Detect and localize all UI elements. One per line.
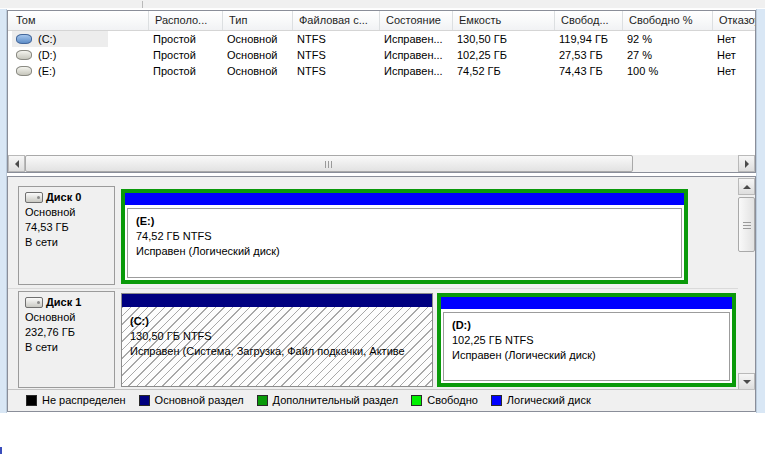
volume-cell: (D:)	[10, 47, 149, 63]
partition-e[interactable]: (E:) 74,52 ГБ NTFS Исправен (Логический …	[121, 189, 688, 284]
disk-icon	[25, 192, 43, 203]
legend-item-unallocated: Не распределен	[26, 394, 126, 406]
horizontal-scrollbar-thumb[interactable]	[25, 155, 633, 172]
free-pct-cell: 100 %	[623, 63, 713, 79]
column-header-filesystem[interactable]: Файловая с...	[293, 11, 380, 30]
column-header-fault-tolerance[interactable]: Отказоу	[713, 11, 755, 30]
primary-partition-color-bar	[122, 294, 432, 307]
volume-cell: (C:)	[10, 31, 149, 47]
horizontal-scrollbar[interactable]	[8, 155, 755, 172]
disk-icon	[25, 297, 43, 308]
fault-cell: Нет	[713, 63, 755, 79]
partition-e-label: (E:)	[136, 214, 681, 229]
partition-c-size: 130,50 ГБ NTFS	[130, 329, 432, 344]
partition-d-status: Исправен (Логический диск)	[452, 348, 729, 363]
free-pct-cell: 92 %	[623, 31, 713, 47]
disk0-size: 74,53 ГБ	[25, 220, 114, 235]
disk1-title: Диск 1	[25, 295, 114, 310]
volume-cell: (E:)	[10, 63, 149, 79]
scroll-left-button[interactable]	[8, 155, 25, 172]
disk1-label-box[interactable]: Диск 1 Основной 232,76 ГБ В сети	[18, 291, 115, 388]
disk0-type: Основной	[25, 205, 114, 220]
window-frame-left	[0, 9, 7, 413]
scroll-down-button[interactable]	[738, 373, 755, 390]
toolbar-separator	[142, 1, 143, 8]
column-header-volume[interactable]: Том	[10, 11, 149, 30]
partition-d-info: (D:) 102,25 ГБ NTFS Исправен (Логический…	[443, 312, 730, 381]
column-header-status[interactable]: Состояние	[380, 11, 453, 30]
fault-cell: Нет	[713, 47, 755, 63]
table-row[interactable]: (D:) Простой Основной NTFS Исправен... 1…	[8, 47, 755, 63]
stray-mark	[0, 447, 2, 454]
legend-item-extended: Дополнительный раздел	[257, 394, 399, 406]
fs-cell: NTFS	[293, 47, 380, 63]
volume-c-drive-icon	[16, 34, 32, 44]
free-cell: 74,43 ГБ	[555, 63, 623, 79]
disk0-status: В сети	[25, 235, 114, 250]
partition-c-info: (C:) 130,50 ГБ NTFS Исправен (Система, З…	[122, 307, 432, 386]
fs-cell: NTFS	[293, 63, 380, 79]
capacity-cell: 74,52 ГБ	[453, 63, 555, 79]
vertical-scrollbar-thumb[interactable]	[738, 197, 755, 252]
status-cell: Исправен...	[380, 47, 453, 63]
free-pct-cell: 27 %	[623, 47, 713, 63]
partition-legend: Не распределен Основной раздел Дополните…	[8, 389, 755, 410]
column-header-capacity[interactable]: Емкость	[453, 11, 555, 30]
partition-e-status: Исправен (Логический диск)	[136, 244, 681, 259]
disk-graphic-panel: Диск 0 Основной 74,53 ГБ В сети (E:) 74,…	[7, 176, 756, 412]
disk1-status: В сети	[25, 340, 114, 355]
disk0-label-box[interactable]: Диск 0 Основной 74,53 ГБ В сети	[18, 186, 115, 285]
toolbar-edge	[0, 0, 765, 9]
free-color-swatch	[411, 395, 422, 406]
disk-row-separator	[8, 288, 755, 289]
legend-item-free: Свободно	[411, 394, 478, 406]
extended-color-swatch	[257, 395, 268, 406]
volume-d-drive-icon	[16, 50, 32, 60]
legend-item-primary: Основной раздел	[139, 394, 244, 406]
free-cell: 119,94 ГБ	[555, 31, 623, 47]
partition-e-info: (E:) 74,52 ГБ NTFS Исправен (Логический …	[127, 208, 682, 278]
table-row[interactable]: (E:) Простой Основной NTFS Исправен... 7…	[8, 63, 755, 79]
partition-e-size: 74,52 ГБ NTFS	[136, 229, 681, 244]
scrollbar-grip-icon	[325, 161, 333, 168]
scrollbar-grip-icon	[743, 221, 751, 229]
layout-cell: Простой	[149, 63, 223, 79]
window-frame-right	[756, 9, 765, 413]
partition-d-label: (D:)	[452, 318, 729, 333]
volume-table-header: Том Располо... Тип Файловая с... Состоян…	[8, 11, 755, 31]
column-header-type[interactable]: Тип	[223, 11, 293, 30]
column-header-free[interactable]: Свобод...	[555, 11, 623, 30]
fs-cell: NTFS	[293, 31, 380, 47]
partition-d[interactable]: (D:) 102,25 ГБ NTFS Исправен (Логический…	[437, 293, 736, 387]
scroll-right-button[interactable]	[738, 155, 755, 172]
column-header-layout[interactable]: Располо...	[149, 11, 223, 30]
column-header-free-pct[interactable]: Свободно %	[623, 11, 713, 30]
partition-c-status: Исправен (Система, Загрузка, Файл подкач…	[130, 344, 432, 359]
fault-cell: Нет	[713, 31, 755, 47]
volume-list-panel: Том Располо... Тип Файловая с... Состоян…	[7, 10, 756, 173]
partition-c-label: (C:)	[130, 314, 432, 329]
disk1-type: Основной	[25, 310, 114, 325]
type-cell: Основной	[223, 63, 293, 79]
volume-e-drive-icon	[16, 66, 32, 76]
scroll-up-button[interactable]	[738, 178, 755, 195]
disk-management-window: Том Располо... Тип Файловая с... Состоян…	[0, 0, 765, 455]
logical-drive-color-bar	[125, 193, 684, 205]
partition-c[interactable]: (C:) 130,50 ГБ NTFS Исправен (Система, З…	[121, 293, 433, 387]
disk1-size: 232,76 ГБ	[25, 325, 114, 340]
capacity-cell: 130,50 ГБ	[453, 31, 555, 47]
vertical-scrollbar[interactable]	[738, 178, 755, 390]
arrow-down-icon	[743, 380, 751, 384]
logical-drive-color-bar	[441, 297, 732, 309]
type-cell: Основной	[223, 31, 293, 47]
status-cell: Исправен...	[380, 63, 453, 79]
disk0-title: Диск 0	[25, 190, 114, 205]
layout-cell: Простой	[149, 31, 223, 47]
table-row[interactable]: (C:) Простой Основной NTFS Исправен... 1…	[8, 31, 755, 47]
type-cell: Основной	[223, 47, 293, 63]
primary-color-swatch	[139, 395, 150, 406]
layout-cell: Простой	[149, 47, 223, 63]
capacity-cell: 102,25 ГБ	[453, 47, 555, 63]
arrow-up-icon	[743, 185, 751, 189]
unallocated-color-swatch	[26, 395, 37, 406]
